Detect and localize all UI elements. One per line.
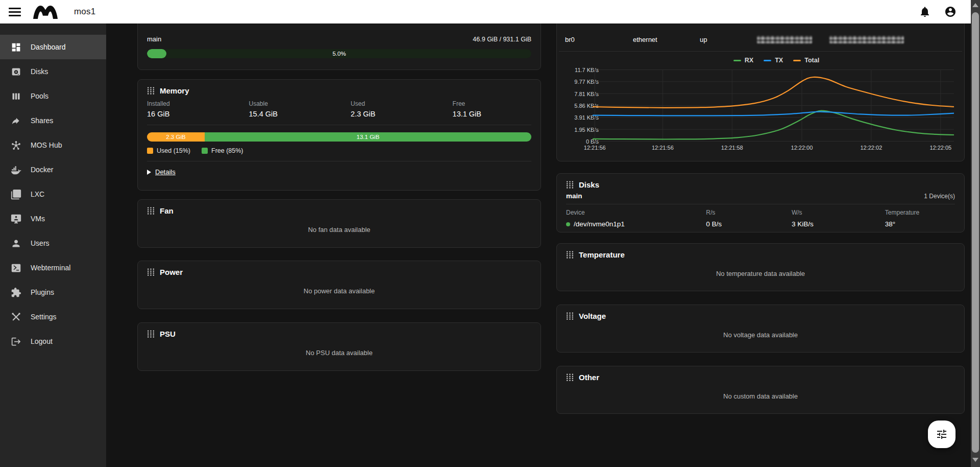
interface-type: ethernet (633, 36, 700, 43)
interface-name: br0 (565, 36, 633, 43)
memory-stats: Installed16 GiBUsable15.4 GiBUsed2.3 GiB… (138, 95, 541, 118)
sidebar-item-settings[interactable]: Settings (0, 305, 106, 329)
account-icon[interactable] (944, 6, 957, 18)
stat-label: Used (351, 100, 453, 107)
scroll-down-icon[interactable] (972, 458, 978, 462)
drag-handle-icon[interactable] (147, 207, 155, 215)
disk-device-name: /dev/nvme0n1p1 (574, 220, 625, 228)
sidebar-item-label: Docker (31, 166, 53, 174)
sidebar-item-users[interactable]: Users (0, 231, 106, 255)
disk-device-cell: /dev/nvme0n1p1 (566, 220, 706, 228)
notifications-bell-icon[interactable] (919, 6, 931, 18)
dashboard-settings-fab[interactable] (928, 421, 955, 448)
drag-handle-icon[interactable] (147, 330, 155, 338)
psu-card-title: PSU (160, 330, 176, 338)
chart-line-tx (593, 112, 954, 116)
voltage-empty-message: No voltage data available (557, 320, 964, 352)
disks-pool-name: main (566, 192, 582, 200)
drag-handle-icon[interactable] (566, 251, 574, 259)
divider (147, 161, 531, 161)
sidebar-item-plugins[interactable]: Plugins (0, 280, 106, 305)
disks-column-header: Temperature (885, 209, 955, 216)
memory-legend: Used (15%)Free (85%) (147, 147, 531, 154)
disk-read-rate: 0 B/s (706, 220, 792, 228)
legend-swatch (147, 148, 153, 154)
hub-icon (11, 140, 21, 151)
page-title: mos1 (74, 7, 95, 17)
app-header: mos1 (0, 0, 971, 24)
tools-icon (11, 312, 21, 322)
x-axis-tick: 12:21:56 (584, 145, 606, 151)
chart-legend: RXTXTotal (557, 56, 964, 65)
scroll-up-icon[interactable] (972, 3, 978, 7)
drag-handle-icon[interactable] (566, 373, 574, 381)
temperature-empty-message: No temperature data available (557, 259, 964, 291)
main-content: main 46.9 GiB / 931.1 GiB 5.0% Memory In… (106, 24, 971, 467)
disks-device-count: 1 Device(s) (924, 193, 955, 200)
legend-label: Free (85%) (211, 147, 243, 154)
legend-label: Used (15%) (157, 147, 190, 154)
fan-card: Fan No fan data available (137, 199, 541, 248)
x-axis-tick: 12:22:02 (860, 145, 882, 151)
chart-legend-item-tx[interactable]: TX (764, 57, 783, 64)
drag-handle-icon[interactable] (147, 87, 155, 95)
memory-stat: Free13.1 GiB (453, 100, 531, 118)
sidebar-item-mos-hub[interactable]: MOS Hub (0, 133, 106, 157)
psu-empty-message: No PSU data available (138, 338, 541, 370)
sidebar-item-label: LXC (31, 190, 44, 198)
memory-free-segment: 13.1 GiB (205, 132, 531, 142)
power-empty-message: No power data available (138, 276, 541, 309)
x-axis-tick: 12:21:58 (721, 145, 743, 151)
divider (147, 125, 531, 125)
memory-used-segment: 2.3 GiB (147, 132, 205, 142)
scrollbar-thumb[interactable] (972, 12, 979, 453)
memory-stat: Usable15.4 GiB (249, 100, 351, 118)
sidebar-item-label: MOS Hub (31, 141, 62, 149)
sidebar-item-disks[interactable]: Disks (0, 59, 106, 84)
menu-icon[interactable] (9, 6, 21, 18)
sidebar-item-dashboard[interactable]: Dashboard (0, 35, 106, 59)
x-axis-tick: 12:21:56 (652, 145, 674, 151)
sidebar-item-pools[interactable]: Pools (0, 84, 106, 108)
stat-label: Usable (249, 100, 351, 107)
drag-handle-icon[interactable] (566, 312, 574, 320)
drag-handle-icon[interactable] (566, 181, 574, 189)
memory-card: Memory Installed16 GiBUsable15.4 GiBUsed… (137, 79, 541, 191)
stat-value: 16 GiB (147, 110, 249, 118)
x-axis-tick: 12:22:05 (929, 145, 951, 151)
chart-legend-item-rx[interactable]: RX (733, 57, 753, 64)
temperature-card: Temperature No temperature data availabl… (556, 243, 965, 291)
logout-icon (11, 336, 21, 347)
disks-table-header: DeviceR/sW/sTemperature (557, 209, 964, 216)
sidebar-item-logout[interactable]: Logout (0, 329, 106, 354)
sidebar-item-label: Pools (31, 92, 48, 100)
chart-legend-item-total[interactable]: Total (793, 57, 819, 64)
sidebar-item-docker[interactable]: Docker (0, 157, 106, 182)
sidebar-item-label: Shares (31, 116, 53, 125)
sidebar-item-vms[interactable]: VMs (0, 206, 106, 231)
stat-value: 13.1 GiB (453, 110, 531, 118)
memory-card-title: Memory (160, 86, 189, 95)
legend-series-label: TX (775, 57, 783, 64)
disk-write-rate: 3 KiB/s (792, 220, 885, 228)
memory-details-toggle[interactable]: Details (147, 168, 531, 176)
sidebar-item-lxc[interactable]: LXC (0, 182, 106, 206)
stat-label: Free (453, 100, 531, 107)
vm-icon (11, 214, 21, 224)
sidebar-item-label: Settings (31, 313, 57, 321)
sidebar-item-label: Logout (31, 337, 53, 345)
brand-logo-icon (32, 4, 59, 20)
sidebar-item-shares[interactable]: Shares (0, 108, 106, 133)
dashboard-icon (11, 42, 21, 53)
puzzle-icon (11, 287, 21, 298)
sidebar-nav: DashboardDisksPoolsSharesMOS HubDockerLX… (0, 24, 106, 467)
x-axis-tick: 12:22:00 (791, 145, 813, 151)
share-icon (11, 115, 21, 126)
vertical-scrollbar[interactable] (971, 0, 980, 467)
sidebar-item-webterminal[interactable]: Webterminal (0, 255, 106, 280)
temperature-card-title: Temperature (579, 250, 625, 259)
pool-usage-percent: 5.0% (147, 49, 531, 58)
power-card: Power No power data available (137, 261, 541, 309)
terminal-icon (11, 263, 21, 273)
drag-handle-icon[interactable] (147, 268, 155, 276)
